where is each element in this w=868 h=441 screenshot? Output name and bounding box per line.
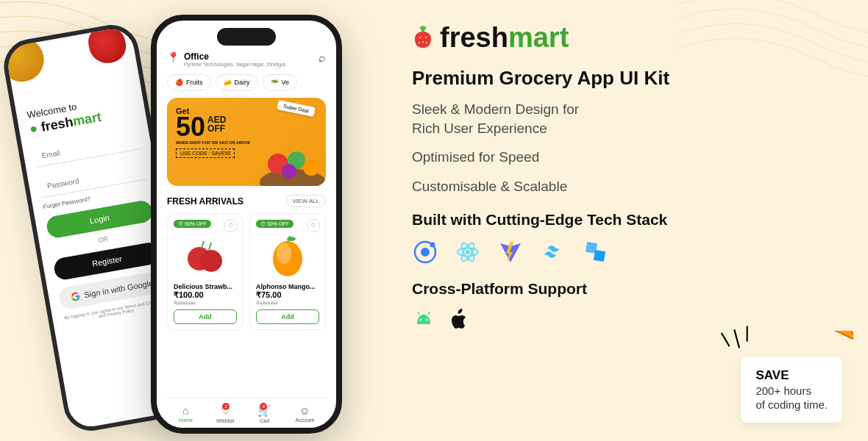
svg-point-13	[419, 42, 420, 43]
svg-point-4	[282, 164, 296, 179]
svg-point-3	[303, 159, 319, 176]
promo-code: USE CODE : SAVE50	[176, 148, 235, 158]
product-card[interactable]: ⏱ 50% OFF ♡ Delicious Strawb... ₹100.00 …	[167, 213, 243, 331]
vite-icon	[497, 239, 524, 265]
wishlist-icon[interactable]: ♡	[307, 219, 320, 232]
svg-point-17	[430, 242, 435, 247]
tech-stack-title: Built with Cutting-Edge Tech Stack	[412, 211, 824, 229]
product-name: Alphonso Mango...	[256, 283, 319, 290]
product-price: ₹75.00	[256, 290, 319, 300]
chip-fruits[interactable]: 🍎Fruits	[167, 74, 211, 90]
apple-icon	[449, 308, 469, 331]
tab-cart[interactable]: 🛒2Cart	[257, 404, 271, 423]
capacitor-icon	[583, 239, 609, 265]
svg-point-18	[466, 250, 470, 254]
svg-point-6	[200, 250, 222, 272]
address-detail: Pyntree Technologies, Nagal nagar, Dindi…	[184, 62, 314, 67]
android-icon	[412, 308, 435, 331]
category-chips: 🍎Fruits 🧀Dairy 🥗Ve	[167, 74, 326, 90]
svg-point-10	[419, 37, 421, 38]
svg-point-8	[277, 243, 291, 264]
product-image	[174, 230, 237, 280]
location-pin-icon: 📍	[167, 51, 179, 63]
address-bar[interactable]: 📍 Office Pyntree Technologies, Nagal nag…	[167, 51, 326, 67]
tailwind-icon	[540, 239, 566, 265]
react-icon	[455, 239, 481, 265]
feature-text: Optimised for Speed	[412, 148, 824, 167]
orange-slice-icon	[819, 331, 853, 353]
basket-illustration	[249, 131, 326, 186]
svg-line-27	[428, 312, 430, 315]
svg-point-24	[420, 318, 422, 320]
discount-badge: ⏱ 50% OFF	[174, 220, 211, 228]
tab-home[interactable]: ⌂Home	[179, 404, 193, 423]
platform-icons	[412, 308, 824, 331]
feature-text: Customisable & Scalable	[412, 177, 824, 196]
svg-line-26	[418, 312, 419, 315]
svg-point-14	[426, 42, 427, 43]
svg-rect-23	[594, 249, 605, 261]
google-icon	[71, 291, 81, 301]
home-icon: ⌂	[182, 404, 189, 417]
feature-text: Sleek & Modern Design forRich User Exper…	[412, 100, 824, 137]
bottom-tabbar: ⌂Home ♡2Wishlist 🛒2Cart ☺Account	[167, 398, 326, 428]
add-button[interactable]: Add	[174, 309, 237, 324]
svg-point-12	[422, 41, 424, 43]
svg-point-9	[287, 237, 296, 241]
tech-stack-icons	[412, 239, 824, 265]
promo-banner[interactable]: Get 50 AED OFF WHEN SHOP FOR 300 AED OR …	[167, 98, 326, 186]
ionic-icon	[412, 239, 438, 265]
product-old-price: ₹150.00	[256, 300, 319, 306]
add-button[interactable]: Add	[256, 309, 319, 324]
chip-veg[interactable]: 🥗Ve	[263, 74, 298, 90]
account-icon: ☺	[299, 404, 310, 417]
view-all-button[interactable]: VIEW ALL	[286, 195, 326, 207]
product-image	[256, 230, 319, 280]
save-title: SAVE	[755, 368, 828, 383]
phone-home-screen: 📍 Office Pyntree Technologies, Nagal nag…	[151, 15, 342, 434]
product-card[interactable]: ⏱ 50% OFF ♡ Alphonso Mango... ₹75.00 ₹15…	[249, 213, 326, 331]
svg-point-25	[426, 318, 428, 320]
chip-dairy[interactable]: 🧀Dairy	[216, 74, 258, 90]
phone-notch	[217, 28, 276, 46]
section-title: FRESH ARRIVALS	[167, 196, 243, 207]
tab-account[interactable]: ☺Account	[296, 404, 314, 423]
strawberry-icon	[412, 26, 434, 51]
tab-wishlist[interactable]: ♡2Wishlist	[216, 404, 234, 423]
cross-platform-title: Cross-Platform Support	[412, 280, 824, 298]
fruit-decoration	[86, 24, 129, 66]
product-price: ₹100.00	[174, 290, 237, 300]
wishlist-icon[interactable]: ♡	[224, 219, 238, 232]
product-name: Delicious Strawb...	[174, 283, 237, 290]
svg-point-16	[421, 248, 430, 257]
product-old-price: ₹200.00	[174, 300, 237, 306]
discount-badge: ⏱ 50% OFF	[256, 220, 294, 228]
brand-logo: freshmart	[412, 22, 824, 54]
svg-point-11	[425, 37, 427, 38]
promo-title: Premium Grocery App UI Kit	[412, 67, 824, 90]
search-icon[interactable]: ⌕	[319, 51, 326, 65]
marketing-panel: freshmart Premium Grocery App UI Kit Sle…	[412, 22, 824, 331]
save-callout: SAVE 200+ hours of coding time.	[741, 356, 842, 423]
address-label: Office	[184, 51, 314, 62]
